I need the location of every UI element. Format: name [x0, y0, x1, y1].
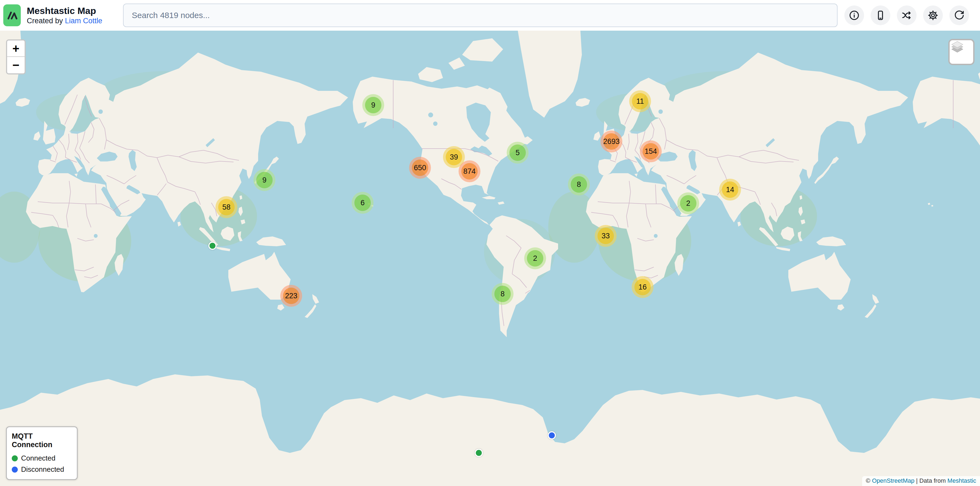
meshtastic-logo-icon [3, 5, 21, 26]
byline-prefix: Created by [27, 17, 65, 25]
attribution-middle: | Data from [915, 477, 947, 484]
map-tiles [0, 31, 980, 486]
cluster-marker[interactable]: 154 [640, 140, 662, 162]
author-link[interactable]: Liam Cottle [65, 17, 103, 25]
cluster-count: 8 [495, 286, 511, 302]
cluster-count: 650 [412, 159, 428, 176]
header-buttons [845, 5, 969, 25]
cluster-marker[interactable]: 6 [352, 192, 374, 214]
osm-link[interactable]: OpenStreetMap [872, 477, 915, 484]
cluster-marker[interactable]: 223 [280, 285, 302, 307]
cluster-count: 2 [527, 250, 543, 266]
cluster-count: 154 [643, 143, 659, 159]
disconnected-dot-icon [12, 467, 18, 473]
cluster-marker[interactable]: 2 [524, 247, 546, 269]
byline: Created by Liam Cottle [27, 17, 123, 25]
cluster-count: 16 [635, 279, 651, 295]
cluster-marker[interactable]: 9 [253, 169, 275, 191]
cluster-marker[interactable]: 874 [458, 160, 480, 182]
search-input[interactable] [123, 3, 838, 27]
legend-item-disconnected: Disconnected [12, 465, 72, 474]
mqtt-legend: MQTT Connection ConnectedDisconnected [6, 426, 78, 480]
legend-item-label: Disconnected [21, 465, 64, 474]
device-button[interactable] [870, 5, 890, 25]
cluster-count: 9 [256, 172, 273, 188]
cluster-count: 11 [632, 93, 648, 110]
connected-dot-icon [12, 455, 18, 461]
cluster-count: 33 [597, 228, 614, 244]
refresh-icon [954, 10, 965, 21]
cluster-marker[interactable]: 2693 [600, 131, 622, 153]
smartphone-icon [875, 10, 886, 21]
shuffle-icon [901, 10, 912, 21]
cluster-count: 14 [722, 182, 738, 198]
zoom-out-button[interactable]: − [7, 57, 25, 73]
cluster-marker[interactable]: 8 [492, 283, 514, 305]
app-header: Meshtastic Map Created by Liam Cottle [0, 0, 980, 31]
map-attribution: © OpenStreetMap | Data from Meshtastic [862, 476, 980, 486]
info-icon [849, 10, 860, 21]
zoom-control: + − [6, 40, 26, 75]
refresh-button[interactable] [950, 5, 969, 25]
info-button[interactable] [845, 5, 864, 25]
zoom-in-button[interactable]: + [7, 40, 25, 57]
cluster-count: 2693 [603, 133, 620, 150]
settings-button[interactable] [923, 5, 943, 25]
node-marker-connected[interactable] [475, 449, 483, 457]
layers-icon [950, 40, 965, 56]
cluster-marker[interactable]: 650 [409, 157, 431, 179]
shuffle-button[interactable] [897, 5, 916, 25]
cluster-marker[interactable]: 16 [632, 276, 654, 298]
cluster-marker[interactable]: 14 [719, 179, 741, 201]
world-map[interactable]: 911269315439650874582149586331628223 + −… [0, 31, 980, 486]
cluster-count: 6 [355, 194, 371, 211]
meshtastic-link[interactable]: Meshtastic [947, 477, 976, 484]
legend-items: ConnectedDisconnected [12, 454, 72, 474]
page-title: Meshtastic Map [27, 5, 123, 16]
layers-control[interactable] [948, 39, 975, 65]
cluster-marker[interactable]: 11 [629, 90, 651, 112]
cluster-marker[interactable]: 9 [362, 94, 384, 116]
legend-item-label: Connected [21, 454, 56, 462]
cluster-marker[interactable]: 5 [507, 142, 528, 164]
cluster-count: 58 [218, 199, 235, 215]
gear-icon [928, 10, 939, 21]
cluster-marker[interactable]: 58 [215, 196, 237, 218]
cluster-marker[interactable]: 2 [677, 192, 699, 214]
cluster-count: 5 [509, 145, 526, 161]
legend-item-connected: Connected [12, 454, 72, 462]
node-marker-connected[interactable] [208, 242, 216, 250]
attribution-prefix: © [866, 477, 872, 484]
cluster-count: 8 [571, 176, 587, 193]
legend-title: MQTT Connection [12, 432, 72, 449]
cluster-count: 223 [283, 288, 299, 304]
node-marker-disconnected[interactable] [548, 431, 556, 440]
title-block: Meshtastic Map Created by Liam Cottle [27, 5, 123, 25]
cluster-count: 2 [680, 195, 697, 212]
cluster-marker[interactable]: 8 [568, 174, 590, 195]
cluster-count: 9 [365, 97, 382, 113]
cluster-count: 39 [446, 149, 462, 165]
cluster-count: 874 [461, 163, 478, 180]
cluster-marker[interactable]: 33 [595, 225, 617, 247]
